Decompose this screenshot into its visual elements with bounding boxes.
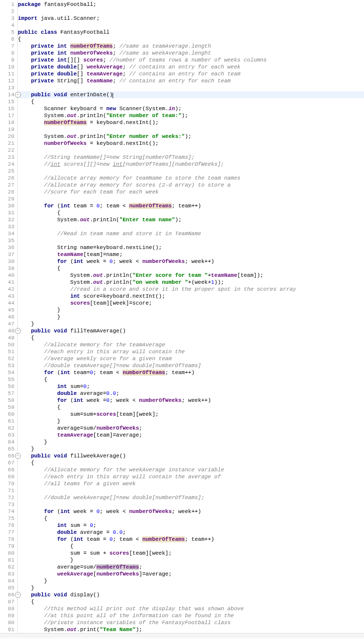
code-line[interactable]: System.out.println("Enter team name"); <box>18 216 364 223</box>
line-number[interactable]: 13 <box>0 84 17 91</box>
code-line[interactable]: //read in a score and store it in the pr… <box>18 286 364 293</box>
code-line[interactable]: for (int week = 0; week < numberOfWeeks;… <box>18 508 364 515</box>
code-line[interactable]: public class FantasyFootball <box>18 29 364 36</box>
code-line[interactable]: //Read in team name and store it in Team… <box>18 230 364 237</box>
code-line[interactable]: teamName[team]=name; <box>18 251 364 258</box>
code-line[interactable]: private double[] weekAverage; // contain… <box>18 64 364 70</box>
code-line[interactable]: //score for each team for each week <box>18 189 364 195</box>
code-line[interactable] <box>18 223 364 230</box>
code-line[interactable]: //allocate memory for the teamAverage <box>18 341 364 348</box>
code-line[interactable] <box>18 501 364 508</box>
line-number[interactable]: 74 <box>0 508 17 515</box>
code-line[interactable]: for (int week = 0; week < numberOfWeeks;… <box>18 258 364 265</box>
line-number[interactable]: 48− <box>0 327 17 334</box>
line-number[interactable]: 91 <box>0 626 17 633</box>
line-number[interactable]: 89 <box>0 612 17 619</box>
code-line[interactable]: } <box>18 314 364 320</box>
code-line[interactable]: teamAverage[team]=average; <box>18 432 364 439</box>
line-number[interactable]: 75 <box>0 515 17 522</box>
line-number[interactable]: 25 <box>0 168 17 175</box>
code-line[interactable]: for (int week =0; week < numberOfWeeks; … <box>18 397 364 404</box>
code-line[interactable]: sum=sum+scores[team][week]; <box>18 411 364 418</box>
code-line[interactable]: private int numberOfTeams; //same as tea… <box>18 43 364 50</box>
line-number[interactable]: 54 <box>0 369 17 376</box>
code-line[interactable]: //private instance variables of the Fant… <box>18 619 364 626</box>
code-line[interactable]: int score=keyboard.nextInt(); <box>18 293 364 300</box>
line-number[interactable]: 23 <box>0 154 17 161</box>
code-line[interactable]: for (int team=0; team < numberOfTeams; t… <box>18 369 364 376</box>
line-number[interactable]: 63 <box>0 432 17 439</box>
code-line[interactable]: { <box>18 404 364 411</box>
code-line[interactable]: numberOfWeeks = keyboard.nextInt(); <box>18 140 364 147</box>
line-number[interactable]: 80 <box>0 550 17 557</box>
line-number[interactable]: 65 <box>0 446 17 452</box>
line-number[interactable]: 15 <box>0 98 17 105</box>
line-number[interactable]: 40 <box>0 272 17 279</box>
code-line[interactable]: private int numberOfWeeks; //same as wee… <box>18 50 364 57</box>
line-number[interactable]: 34 <box>0 230 17 237</box>
line-number[interactable]: 79 <box>0 543 17 550</box>
line-number[interactable]: 39 <box>0 265 17 272</box>
code-line[interactable]: //this method will print out the display… <box>18 605 364 612</box>
code-line[interactable] <box>18 147 364 154</box>
line-number[interactable]: 57 <box>0 390 17 397</box>
line-number[interactable]: 56 <box>0 383 17 390</box>
code-line[interactable]: //each entry in this array will contain … <box>18 348 364 355</box>
line-number[interactable]: 72 <box>0 494 17 501</box>
fold-toggle-icon[interactable]: − <box>15 92 21 98</box>
line-number[interactable]: 12 <box>0 77 17 84</box>
line-number[interactable]: 20 <box>0 133 17 140</box>
line-number[interactable]: 10 <box>0 64 17 70</box>
code-line[interactable] <box>18 168 364 175</box>
code-line[interactable]: { <box>18 515 364 522</box>
code-line[interactable]: //String teamName[]=new String[numberOfT… <box>18 154 364 161</box>
code-line[interactable]: average=sum/numberOfWeeks; <box>18 425 364 432</box>
code-line[interactable]: { <box>18 98 364 105</box>
code-line[interactable]: package fantasyFootball; <box>18 1 364 8</box>
code-line[interactable]: public void display() <box>18 591 364 598</box>
fold-toggle-icon[interactable]: − <box>15 592 21 598</box>
code-line[interactable] <box>18 126 364 133</box>
code-line[interactable]: } <box>18 320 364 327</box>
line-number[interactable]: 38 <box>0 258 17 265</box>
line-number[interactable]: 66− <box>0 452 17 459</box>
line-number[interactable]: 50 <box>0 341 17 348</box>
code-line[interactable]: Scanner keyboard = new Scanner(System.in… <box>18 105 364 112</box>
line-number[interactable]: 19 <box>0 126 17 133</box>
line-number[interactable]: 11 <box>0 70 17 77</box>
code-line[interactable]: public void fillTeamAverage() <box>18 327 364 334</box>
line-number[interactable]: 33 <box>0 223 17 230</box>
code-line[interactable]: int sum=0; <box>18 383 364 390</box>
line-number[interactable]: 47 <box>0 320 17 327</box>
line-number[interactable]: 85 <box>0 584 17 591</box>
code-line[interactable]: } <box>18 557 364 564</box>
line-number[interactable]: 43 <box>0 293 17 300</box>
line-number[interactable]: 27 <box>0 182 17 189</box>
line-number[interactable]: 17 <box>0 112 17 119</box>
code-line[interactable] <box>18 84 364 91</box>
code-line[interactable]: private String[] teamName; // contains a… <box>18 77 364 84</box>
line-number[interactable]: 69 <box>0 473 17 480</box>
code-line[interactable]: { <box>18 265 364 272</box>
code-line[interactable]: { <box>18 334 364 341</box>
code-line[interactable]: System.out.println("Enter number of week… <box>18 133 364 140</box>
line-number[interactable]: 61 <box>0 418 17 425</box>
line-number[interactable]: 84 <box>0 577 17 584</box>
line-number[interactable]: 4 <box>0 22 17 29</box>
code-line[interactable]: //int scores[][]=new int[numberOfTeams][… <box>18 161 364 168</box>
line-number[interactable]: 28 <box>0 189 17 195</box>
line-number[interactable]: 67 <box>0 459 17 466</box>
code-line[interactable]: int sum = 0; <box>18 522 364 529</box>
code-line[interactable]: //all teams for a given week <box>18 480 364 487</box>
line-number[interactable]: 59 <box>0 404 17 411</box>
line-number[interactable]: 1 <box>0 1 17 8</box>
line-number[interactable]: 6 <box>0 36 17 43</box>
line-number[interactable]: 32 <box>0 216 17 223</box>
fold-toggle-icon[interactable]: − <box>15 328 21 334</box>
code-line[interactable] <box>18 487 364 494</box>
line-number[interactable]: 18 <box>0 119 17 126</box>
code-line[interactable]: public void fillweekAverage() <box>18 452 364 459</box>
code-line[interactable]: //double teamAverage[]=new double[number… <box>18 362 364 369</box>
line-number[interactable]: 55 <box>0 376 17 383</box>
line-number[interactable]: 35 <box>0 237 17 244</box>
